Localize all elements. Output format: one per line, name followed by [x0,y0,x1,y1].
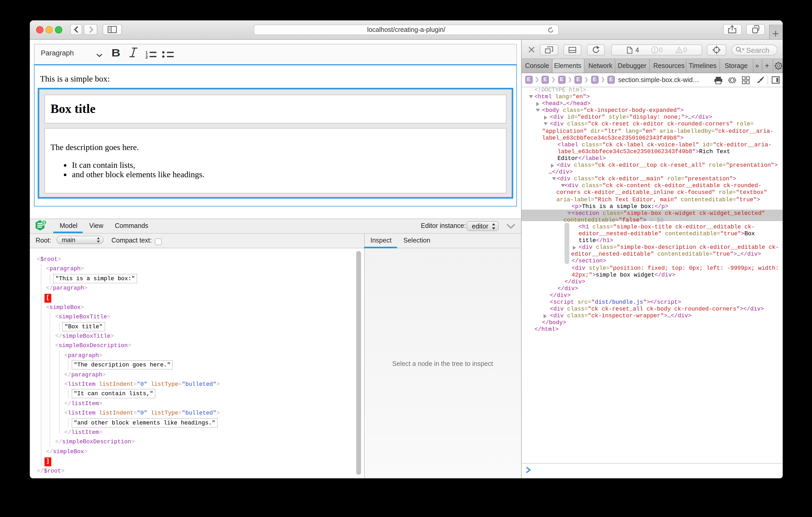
svg-text:5: 5 [43,220,45,224]
svg-text:2: 2 [145,55,148,59]
svg-text:1: 1 [145,51,148,55]
